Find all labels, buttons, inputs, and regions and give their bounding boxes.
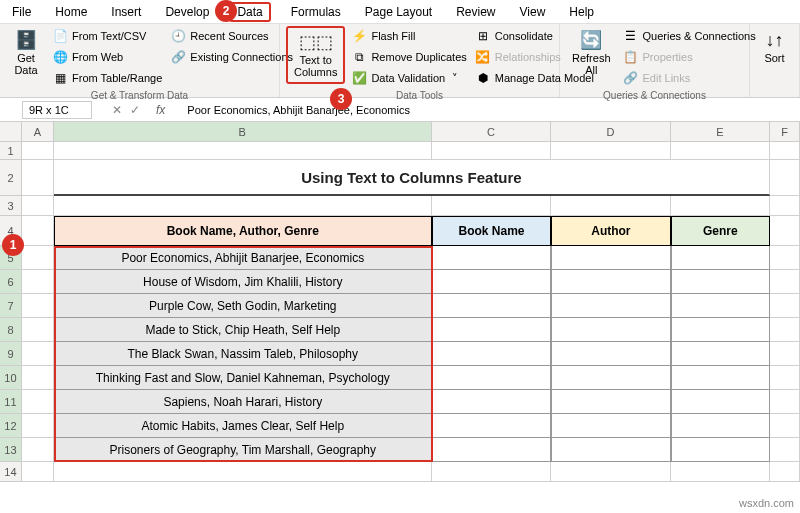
select-all-corner[interactable]: [0, 122, 22, 141]
cell-d11[interactable]: [551, 390, 670, 414]
col-header-c[interactable]: C: [432, 122, 551, 141]
cell-e14[interactable]: [671, 462, 771, 482]
cell-f9[interactable]: [770, 342, 800, 366]
cell-a2[interactable]: [22, 160, 54, 196]
row-num-13[interactable]: 13: [0, 438, 22, 462]
cell-f12[interactable]: [770, 414, 800, 438]
remove-duplicates-button[interactable]: ⧉Remove Duplicates: [349, 47, 468, 67]
cell-a10[interactable]: [22, 366, 54, 390]
properties-button[interactable]: 📋Properties: [621, 47, 758, 67]
cell-c1[interactable]: [432, 142, 551, 160]
menu-pagelayout[interactable]: Page Layout: [361, 3, 436, 21]
menu-review[interactable]: Review: [452, 3, 499, 21]
cell-f11[interactable]: [770, 390, 800, 414]
cell-c5[interactable]: [432, 246, 551, 270]
cell-a6[interactable]: [22, 270, 54, 294]
data-cell-b13[interactable]: Prisoners of Geography, Tim Marshall, Ge…: [54, 438, 432, 462]
row-num-6[interactable]: 6: [0, 270, 22, 294]
cell-a14[interactable]: [22, 462, 54, 482]
fx-icon[interactable]: fx: [156, 103, 165, 117]
row-num-2[interactable]: 2: [0, 160, 22, 196]
cell-a3[interactable]: [22, 196, 54, 216]
refresh-all-button[interactable]: 🔄 Refresh All: [566, 26, 617, 80]
cell-c9[interactable]: [432, 342, 551, 366]
fx-confirm-icon[interactable]: ✓: [130, 103, 140, 117]
cell-a4[interactable]: [22, 216, 54, 246]
get-data-button[interactable]: 🗄️ Get Data: [6, 26, 46, 80]
menu-help[interactable]: Help: [565, 3, 598, 21]
cell-e12[interactable]: [671, 414, 771, 438]
cell-a5[interactable]: [22, 246, 54, 270]
data-cell-b7[interactable]: Purple Cow, Seth Godin, Marketing: [54, 294, 432, 318]
data-cell-b9[interactable]: The Black Swan, Nassim Taleb, Philosophy: [54, 342, 432, 366]
col-header-d[interactable]: D: [551, 122, 670, 141]
row-num-11[interactable]: 11: [0, 390, 22, 414]
cell-c10[interactable]: [432, 366, 551, 390]
cell-f14[interactable]: [770, 462, 800, 482]
flash-fill-button[interactable]: ⚡Flash Fill: [349, 26, 468, 46]
cell-d9[interactable]: [551, 342, 670, 366]
cell-e8[interactable]: [671, 318, 771, 342]
cell-e10[interactable]: [671, 366, 771, 390]
cell-c8[interactable]: [432, 318, 551, 342]
cell-d13[interactable]: [551, 438, 670, 462]
cell-f4[interactable]: [770, 216, 800, 246]
data-cell-b6[interactable]: House of Wisdom, Jim Khalili, History: [54, 270, 432, 294]
cell-e5[interactable]: [671, 246, 771, 270]
text-to-columns-button[interactable]: ⬚⬚ Text to Columns: [286, 26, 345, 84]
cell-f1[interactable]: [770, 142, 800, 160]
name-box[interactable]: 9R x 1C: [22, 101, 92, 119]
cell-e7[interactable]: [671, 294, 771, 318]
cell-e6[interactable]: [671, 270, 771, 294]
menu-home[interactable]: Home: [51, 3, 91, 21]
cell-a1[interactable]: [22, 142, 54, 160]
cell-b1[interactable]: [54, 142, 432, 160]
cell-f13[interactable]: [770, 438, 800, 462]
cell-b14[interactable]: [54, 462, 432, 482]
title-cell[interactable]: Using Text to Columns Feature: [54, 160, 770, 196]
formula-input[interactable]: Poor Economics, Abhijit Banarjee, Econom…: [181, 102, 800, 118]
row-num-3[interactable]: 3: [0, 196, 22, 216]
data-cell-b5[interactable]: Poor Economics, Abhijit Banarjee, Econom…: [54, 246, 432, 270]
cell-a9[interactable]: [22, 342, 54, 366]
header-genre[interactable]: Genre: [671, 216, 771, 246]
cell-e3[interactable]: [671, 196, 771, 216]
cell-f7[interactable]: [770, 294, 800, 318]
header-book-name[interactable]: Book Name: [432, 216, 551, 246]
cell-c12[interactable]: [432, 414, 551, 438]
cell-d5[interactable]: [551, 246, 670, 270]
col-header-a[interactable]: A: [22, 122, 54, 141]
data-cell-b12[interactable]: Atomic Habits, James Clear, Self Help: [54, 414, 432, 438]
cell-c13[interactable]: [432, 438, 551, 462]
cell-c6[interactable]: [432, 270, 551, 294]
cell-f3[interactable]: [770, 196, 800, 216]
data-cell-b10[interactable]: Thinking Fast and Slow, Daniel Kahneman,…: [54, 366, 432, 390]
cell-e1[interactable]: [671, 142, 771, 160]
col-header-f[interactable]: F: [770, 122, 800, 141]
cell-f10[interactable]: [770, 366, 800, 390]
menu-insert[interactable]: Insert: [107, 3, 145, 21]
from-text-csv-button[interactable]: 📄From Text/CSV: [50, 26, 164, 46]
menu-develop[interactable]: Develop: [161, 3, 213, 21]
cell-d7[interactable]: [551, 294, 670, 318]
cell-e11[interactable]: [671, 390, 771, 414]
cell-a13[interactable]: [22, 438, 54, 462]
header-author[interactable]: Author: [551, 216, 670, 246]
cell-d14[interactable]: [551, 462, 670, 482]
cell-c14[interactable]: [432, 462, 551, 482]
data-cell-b11[interactable]: Sapiens, Noah Harari, History: [54, 390, 432, 414]
cell-d12[interactable]: [551, 414, 670, 438]
cell-d6[interactable]: [551, 270, 670, 294]
cell-a12[interactable]: [22, 414, 54, 438]
cell-c7[interactable]: [432, 294, 551, 318]
cell-f2[interactable]: [770, 160, 800, 196]
cell-a11[interactable]: [22, 390, 54, 414]
row-num-12[interactable]: 12: [0, 414, 22, 438]
row-num-7[interactable]: 7: [0, 294, 22, 318]
col-header-e[interactable]: E: [671, 122, 771, 141]
cell-c3[interactable]: [432, 196, 551, 216]
from-table-range-button[interactable]: ▦From Table/Range: [50, 68, 164, 88]
cell-f8[interactable]: [770, 318, 800, 342]
fx-cancel-icon[interactable]: ✕: [112, 103, 122, 117]
row-num-14[interactable]: 14: [0, 462, 22, 482]
